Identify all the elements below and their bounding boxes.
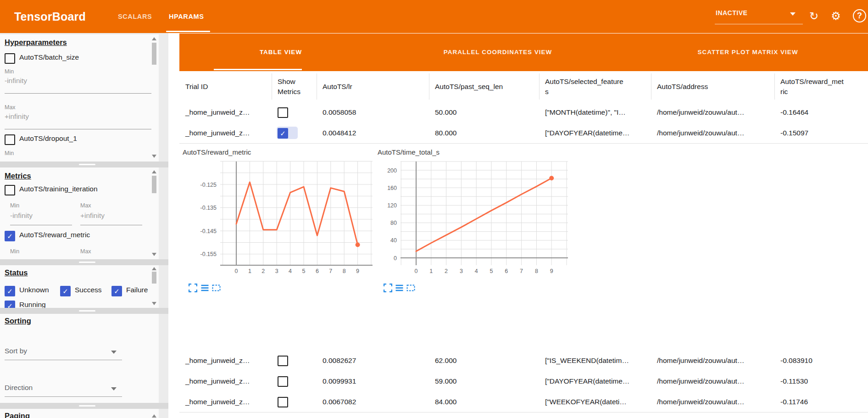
- min-input[interactable]: -infinity: [5, 77, 27, 85]
- min-label: Min: [5, 150, 14, 156]
- marquee-icon[interactable]: [406, 284, 415, 292]
- cell-trial_id: _home_junweid_z…: [179, 102, 272, 123]
- svg-text:1: 1: [248, 268, 251, 274]
- gear-icon[interactable]: ⚙: [828, 8, 844, 24]
- checkbox-status-unknown[interactable]: ✓: [5, 286, 15, 296]
- show-metrics-cell: [272, 350, 317, 371]
- svg-text:40: 40: [390, 237, 397, 244]
- cell-text: 84.000: [429, 398, 456, 406]
- checkbox-status-running[interactable]: ✓: [5, 301, 15, 308]
- show-metrics-checkbox[interactable]: [278, 397, 288, 407]
- chart-title-time-total: AutoTS/time_total_s: [378, 148, 440, 156]
- column-header-label: AutoTS/reward_metric: [774, 77, 846, 96]
- max-input[interactable]: +infinity: [80, 212, 105, 220]
- svg-text:-0.125: -0.125: [200, 182, 217, 188]
- section-scrollbar[interactable]: [151, 409, 157, 418]
- expand-icon[interactable]: [189, 284, 197, 292]
- column-header-label: AutoTS/past_seq_len: [429, 82, 503, 91]
- svg-text:5: 5: [302, 268, 306, 274]
- checkbox-status-success[interactable]: ✓: [60, 286, 71, 296]
- section-resize-divider[interactable]: [0, 403, 168, 409]
- top-toolbar: TensorBoard SCALARS HPARAMS INACTIVE ↻ ⚙…: [0, 0, 868, 33]
- cell-text: 0.0058058: [317, 108, 356, 117]
- cell-selected_features: ["WEEKOFYEAR(dateti…: [539, 391, 651, 412]
- section-resize-divider[interactable]: [0, 162, 168, 167]
- cell-lr: 0.0082627: [317, 350, 429, 371]
- time-total-line-chart[interactable]: 040801201602000123456789: [372, 158, 573, 279]
- column-separator: [651, 73, 651, 100]
- column-header-label: AutoTS/lr: [317, 82, 352, 91]
- show-metrics-checkbox[interactable]: ✓: [278, 128, 288, 139]
- tab-parallel-coordinates-view[interactable]: PARALLEL COORDINATES VIEW: [444, 33, 552, 71]
- section-scrollbar[interactable]: [151, 265, 157, 308]
- app-title: TensorBoard: [14, 0, 86, 33]
- checkbox-reward-metric[interactable]: ✓: [5, 231, 15, 241]
- tab-hparams[interactable]: HPARAMS: [169, 0, 204, 33]
- section-title: Sorting: [5, 317, 31, 325]
- refresh-icon[interactable]: ↻: [806, 8, 822, 24]
- tab-scatter-plot-matrix-view[interactable]: SCATTER PLOT MATRIX VIEW: [697, 33, 798, 71]
- cell-past_seq_len: 84.000: [429, 391, 539, 412]
- column-header-0[interactable]: Trial ID: [179, 71, 272, 102]
- cell-text: 59.000: [429, 377, 456, 385]
- cell-text: /home/junweid/zouwu/aut…: [651, 377, 744, 385]
- input-underline: [10, 225, 72, 225]
- column-header-1[interactable]: Show Metrics: [272, 71, 317, 102]
- section-scrollbar[interactable]: [151, 34, 157, 162]
- section-resize-divider[interactable]: [0, 308, 168, 314]
- svg-text:80: 80: [390, 220, 397, 226]
- lines-icon[interactable]: [200, 284, 209, 292]
- chevron-down-icon: [111, 351, 117, 354]
- column-header-2[interactable]: AutoTS/lr: [317, 71, 429, 102]
- sort-by-placeholder: Sort by: [5, 347, 27, 355]
- column-header-6[interactable]: AutoTS/reward_metric: [774, 71, 868, 102]
- cell-text: -0.16464: [774, 108, 808, 117]
- column-header-3[interactable]: AutoTS/past_seq_len: [429, 71, 539, 102]
- sort-by-select[interactable]: Sort by: [5, 346, 122, 360]
- max-label: Max: [80, 202, 91, 209]
- tab-table-view[interactable]: TABLE VIEW: [260, 33, 302, 71]
- section-title: Hyperparameters: [5, 38, 67, 47]
- cell-trial_id: _home_junweid_z…: [179, 371, 272, 391]
- svg-text:1: 1: [429, 268, 433, 274]
- expand-icon[interactable]: [384, 284, 392, 292]
- direction-select[interactable]: Direction: [5, 383, 122, 397]
- column-header-4[interactable]: AutoTS/selected_features: [539, 71, 651, 102]
- max-input[interactable]: +infinity: [5, 112, 29, 121]
- column-header-5[interactable]: AutoTS/address: [651, 71, 774, 102]
- help-icon[interactable]: ?: [853, 9, 866, 22]
- svg-text:8: 8: [535, 268, 538, 274]
- marquee-icon[interactable]: [212, 284, 221, 292]
- svg-text:3: 3: [275, 268, 278, 274]
- cell-text: _home_junweid_z…: [179, 398, 250, 406]
- cell-text: 0.0067082: [317, 398, 356, 406]
- show-metrics-checkbox[interactable]: [278, 107, 288, 118]
- lines-icon[interactable]: [395, 284, 404, 292]
- svg-text:120: 120: [387, 202, 397, 209]
- svg-text:-0.135: -0.135: [200, 205, 217, 211]
- show-metrics-cell: [272, 371, 317, 391]
- checkbox-batch-size[interactable]: [5, 53, 15, 64]
- checkbox-label: Unknown: [19, 286, 49, 294]
- cell-address: /home/junweid/zouwu/aut…: [651, 391, 774, 412]
- section-title: Paging: [5, 412, 30, 418]
- cell-past_seq_len: 50.000: [429, 102, 539, 123]
- min-input[interactable]: -infinity: [10, 212, 33, 220]
- show-metrics-checkbox[interactable]: [278, 356, 288, 366]
- section-scrollbar[interactable]: [151, 167, 157, 259]
- tab-scalars[interactable]: SCALARS: [118, 0, 152, 33]
- checkbox-dropout-1[interactable]: [5, 134, 15, 145]
- tensorboard-app: TensorBoard SCALARS HPARAMS INACTIVE ↻ ⚙…: [0, 0, 868, 418]
- section-resize-divider[interactable]: [0, 259, 168, 265]
- cell-text: /home/junweid/zouwu/aut…: [651, 398, 744, 406]
- checkbox-training-iteration[interactable]: [5, 185, 15, 195]
- checkbox-label: Failure: [126, 286, 148, 294]
- show-metrics-checkbox[interactable]: [278, 376, 288, 387]
- cell-text: ["IS_WEEKEND(datetim…: [539, 357, 629, 365]
- svg-text:4: 4: [475, 268, 478, 274]
- checkbox-status-failure[interactable]: ✓: [111, 286, 122, 296]
- cell-address: /home/junweid/zouwu/aut…: [651, 123, 774, 143]
- column-separator: [539, 73, 540, 100]
- reload-status-dropdown[interactable]: INACTIVE: [715, 6, 803, 24]
- reward-metric-line-chart[interactable]: -0.125-0.135-0.145-0.1550123456789: [194, 158, 375, 279]
